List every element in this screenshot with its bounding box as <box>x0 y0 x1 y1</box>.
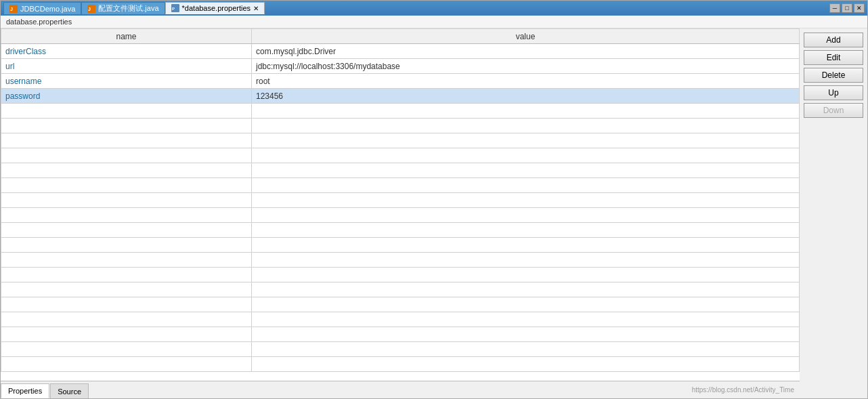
properties-table: name value driverClasscom.mysql.jdbc.Dri… <box>1 28 800 372</box>
row-name: password <box>1 89 252 104</box>
tab-jdbcdemo[interactable]: J JDBCDemo.java <box>3 2 81 14</box>
tab-database-properties[interactable]: P *database.properties ✕ <box>165 2 265 14</box>
table-row-empty <box>1 133 800 148</box>
table-row-empty <box>1 208 800 223</box>
row-value: com.mysql.jdbc.Driver <box>252 44 800 59</box>
down-button[interactable]: Down <box>804 103 863 118</box>
table-row-empty <box>1 178 800 193</box>
properties-area: name value driverClasscom.mysql.jdbc.Dri… <box>1 28 800 398</box>
tab-jdbcdemo-label: JDBCDemo.java <box>20 5 75 13</box>
svg-text:J: J <box>10 7 13 12</box>
row-value: root <box>252 74 800 89</box>
row-value: 123456 <box>252 89 800 104</box>
svg-text:J: J <box>88 7 91 12</box>
table-row-empty <box>1 163 800 178</box>
row-value: jdbc:mysql://localhost:3306/mydatabase <box>252 59 800 74</box>
table-row-empty <box>1 119 800 133</box>
tab-config-test[interactable]: J 配置文件测试.java <box>81 2 165 14</box>
col-header-value: value <box>252 29 800 44</box>
table-row-empty <box>1 253 800 268</box>
up-button[interactable]: Up <box>804 85 863 100</box>
table-row-empty <box>1 342 800 357</box>
table-row-empty <box>1 268 800 282</box>
breadcrumb: database.properties <box>1 16 867 28</box>
status-text: https://blog.csdn.net/Activity_Time <box>692 386 800 394</box>
table-row-empty <box>1 104 800 119</box>
java-icon: J <box>9 5 18 13</box>
svg-text:P: P <box>172 7 175 11</box>
properties-icon: P <box>171 4 179 12</box>
table-row-empty <box>1 223 800 238</box>
table-row-empty <box>1 148 800 163</box>
window-controls: ─ □ ✕ <box>829 3 865 13</box>
table-row[interactable]: usernameroot <box>1 74 800 89</box>
col-header-name: name <box>1 29 252 44</box>
title-bar: J JDBCDemo.java J 配置文件测试.java P *databas… <box>1 1 867 16</box>
table-row[interactable]: urljdbc:mysql://localhost:3306/mydatabas… <box>1 59 800 74</box>
delete-button[interactable]: Delete <box>804 68 863 83</box>
close-button[interactable]: ✕ <box>854 3 865 13</box>
minimize-button[interactable]: ─ <box>829 3 840 13</box>
close-icon[interactable]: ✕ <box>253 5 259 12</box>
table-row-empty <box>1 193 800 208</box>
table-row-empty <box>1 238 800 253</box>
table-row-empty <box>1 312 800 327</box>
tab-source[interactable]: Source <box>50 383 89 398</box>
add-button[interactable]: Add <box>804 33 863 47</box>
java-icon-2: J <box>87 5 95 13</box>
bottom-bar-tabs: Properties Source <box>1 381 89 398</box>
tab-database-properties-label: *database.properties <box>182 4 251 12</box>
row-name: driverClass <box>1 44 252 59</box>
maximize-button[interactable]: □ <box>842 3 852 13</box>
tab-config-test-label: 配置文件测试.java <box>98 3 158 14</box>
main-content: name value driverClasscom.mysql.jdbc.Dri… <box>1 28 867 398</box>
table-row-empty <box>1 282 800 297</box>
row-name: username <box>1 74 252 89</box>
table-row-empty <box>1 357 800 372</box>
bottom-bar: Properties Source https://blog.csdn.net/… <box>1 381 800 398</box>
row-name: url <box>1 59 252 74</box>
tab-bar: J JDBCDemo.java J 配置文件测试.java P *databas… <box>3 2 265 14</box>
table-row-empty <box>1 327 800 342</box>
table-row[interactable]: driverClasscom.mysql.jdbc.Driver <box>1 44 800 59</box>
edit-button[interactable]: Edit <box>804 50 863 65</box>
table-row-empty <box>1 297 800 312</box>
tab-properties[interactable]: Properties <box>1 383 49 398</box>
tab-properties-label: Properties <box>8 387 42 395</box>
table-row[interactable]: password123456 <box>1 89 800 104</box>
sidebar-buttons: Add Edit Delete Up Down <box>800 28 867 398</box>
table-wrapper: name value driverClasscom.mysql.jdbc.Dri… <box>1 28 800 381</box>
tab-source-label: Source <box>58 387 81 396</box>
